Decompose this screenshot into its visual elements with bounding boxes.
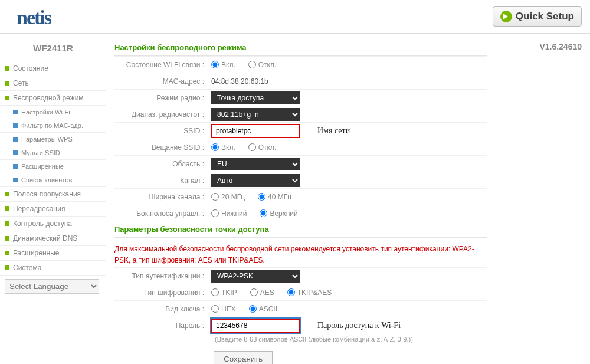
- sidebar-item-advanced[interactable]: Расширенные: [0, 246, 106, 261]
- quick-setup-button[interactable]: Quick Setup: [493, 6, 582, 27]
- sideband-upper[interactable]: Верхний: [260, 209, 297, 218]
- main-content: Настройки беспроводного режима Состояние…: [106, 34, 490, 364]
- wifi-state-label: Состояние Wi-Fi связи :: [114, 61, 209, 69]
- wifi-state-on[interactable]: Вкл.: [211, 61, 235, 69]
- key-hex[interactable]: HEX: [211, 305, 236, 313]
- logo: netis: [17, 4, 55, 29]
- sidebar-item-wireless[interactable]: Беспроводной режим: [0, 91, 106, 106]
- width-40[interactable]: 40 МГц: [258, 193, 291, 201]
- sidebar-item-bandwidth[interactable]: Полоса пропускания: [0, 187, 106, 202]
- enc-aes[interactable]: AES: [250, 288, 274, 297]
- broadcast-on[interactable]: Вкл.: [211, 143, 235, 152]
- sidebar-sub-mac[interactable]: Фильтр по MAC-адр.: [0, 119, 106, 133]
- ssid-annotation: Имя сети: [317, 126, 350, 136]
- save-button[interactable]: Сохранить: [214, 351, 273, 364]
- enc-tkip[interactable]: TKIP: [211, 288, 237, 297]
- region-label: Область :: [114, 160, 209, 168]
- broadcast-off[interactable]: Откл.: [248, 143, 277, 152]
- password-hint: (Введите 8-63 символов ASCII (любые комб…: [114, 333, 487, 349]
- width-20[interactable]: 20 МГц: [211, 193, 245, 201]
- sidebar-item-status[interactable]: Состояние: [0, 61, 106, 76]
- play-icon: [500, 11, 512, 22]
- sidebar-sub-wifi[interactable]: Настройки Wi-Fi: [0, 106, 106, 119]
- sidebar-item-ddns[interactable]: Динамический DNS: [0, 231, 106, 246]
- model-number: WF2411R: [0, 38, 106, 61]
- sidebar-sub-clients[interactable]: Список клиентов: [0, 173, 106, 187]
- ssid-input[interactable]: [211, 124, 300, 138]
- ssid-label: SSID :: [114, 127, 209, 135]
- enc-tkipaes[interactable]: TKIP&AES: [287, 288, 332, 297]
- sidebar-item-access[interactable]: Контроль доступа: [0, 217, 106, 231]
- auth-label: Тип аутентификации :: [114, 272, 209, 280]
- sidebar-sub-advanced[interactable]: Расширенные: [0, 160, 106, 173]
- sidebar-sub-wps[interactable]: Параметры WPS: [0, 133, 106, 146]
- password-annotation: Пароль доступа к Wi-Fi: [317, 321, 401, 330]
- width-label: Ширина канала :: [114, 193, 209, 201]
- section-wireless-title: Настройки беспроводного режима: [114, 40, 487, 56]
- sideband-lower[interactable]: Нижний: [211, 209, 247, 218]
- sidebar-sub-mssid[interactable]: Мульти SSID: [0, 146, 106, 160]
- mac-value: 04:8d:38:20:60:1b: [211, 77, 268, 86]
- language-select[interactable]: Select Language: [5, 279, 99, 294]
- sidebar-item-network[interactable]: Сеть: [0, 76, 106, 91]
- sideband-label: Бок.полоса управл. :: [114, 209, 209, 218]
- encryption-label: Тип шифрования :: [114, 288, 209, 297]
- channel-select[interactable]: Авто: [211, 174, 300, 187]
- radio-mode-label: Режим радио :: [114, 94, 209, 102]
- version-label: V1.6.24610: [490, 34, 590, 364]
- wifi-state-off[interactable]: Откл.: [248, 61, 277, 69]
- sidebar: WF2411R Состояние Сеть Беспроводной режи…: [0, 34, 106, 364]
- security-warning: Для максимальной безопасности беспроводн…: [114, 238, 487, 267]
- key-ascii[interactable]: ASCII: [249, 305, 277, 313]
- password-label: Пароль :: [114, 322, 209, 330]
- channel-label: Канал :: [114, 176, 209, 185]
- header: netis Quick Setup: [0, 0, 590, 34]
- region-select[interactable]: EU: [211, 158, 300, 170]
- radio-mode-select[interactable]: Точка доступа: [211, 91, 300, 104]
- keytype-label: Вид ключа :: [114, 305, 209, 313]
- quick-setup-label: Quick Setup: [516, 11, 574, 22]
- password-input[interactable]: [211, 319, 300, 333]
- sidebar-item-system[interactable]: Система: [0, 261, 106, 276]
- sidebar-item-forwarding[interactable]: Переадресация: [0, 202, 106, 217]
- broadcast-label: Вещание SSID :: [114, 143, 209, 152]
- section-security-title: Параметры безопасности точки доступа: [114, 221, 487, 238]
- auth-select[interactable]: WPA2-PSK: [211, 270, 300, 283]
- band-label: Диапаз. радиочастот :: [114, 110, 209, 119]
- band-select[interactable]: 802.11b+g+n: [211, 108, 300, 121]
- mac-label: MAC-адрес :: [114, 77, 209, 86]
